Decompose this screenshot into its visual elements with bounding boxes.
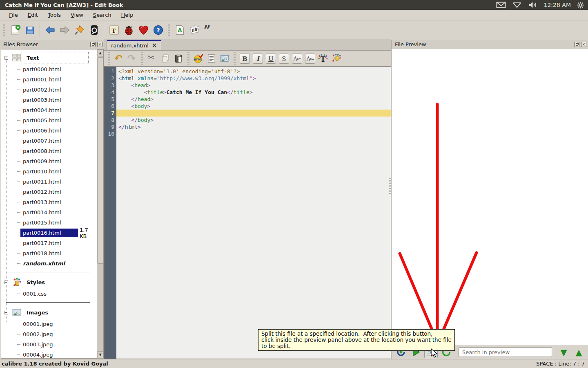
preview-viewport[interactable] (392, 49, 588, 345)
donate-heart-button[interactable] (136, 22, 151, 38)
strikethrough-button[interactable]: S (277, 52, 290, 65)
code-editor[interactable]: 12345678910 <?xml version='1.0' encoding… (104, 66, 391, 359)
collapse-icon[interactable] (4, 311, 8, 314)
file-item-part0016.html[interactable]: part0016.html1.7 KB (17, 228, 97, 238)
file-item-part0009.html[interactable]: part0009.html (17, 156, 97, 166)
menu-view[interactable]: View (66, 11, 88, 19)
file-name: part0015.html (23, 220, 61, 226)
tab-random-xhtml[interactable]: random.xhtml × (107, 40, 161, 50)
clock[interactable]: 12:28 AM (544, 2, 571, 8)
float-panel-icon[interactable] (90, 42, 96, 47)
file-item-part0012.html[interactable]: part0012.html (17, 187, 97, 197)
file-item-random.xhtml[interactable]: random.xhtml (17, 258, 97, 269)
copy-button[interactable] (159, 52, 172, 65)
italic-button[interactable]: I (251, 52, 264, 65)
preview-search-input[interactable] (459, 347, 552, 357)
file-item-part0000.html[interactable]: part0000.html (17, 64, 97, 74)
tree-section-text[interactable]: Text (1, 51, 97, 64)
bold-icon: B (240, 54, 249, 63)
superscript-button[interactable]: As▴ (303, 52, 316, 65)
help-button[interactable]: ? (151, 22, 165, 38)
float-panel-icon[interactable] (574, 42, 579, 47)
section-label: Styles (25, 278, 47, 286)
code-line-6: <body> (116, 103, 391, 110)
check-book-button[interactable] (121, 22, 136, 38)
tree-branch (17, 151, 20, 151)
menu-edit[interactable]: Edit (23, 11, 43, 19)
subscript-button[interactable]: As▾ (290, 52, 303, 65)
cut-button[interactable]: ✂ (146, 52, 159, 65)
forward-button[interactable] (57, 22, 72, 38)
file-item-00002.jpeg[interactable]: 00002.jpeg (17, 329, 97, 339)
file-item-part0013.html[interactable]: part0013.html (17, 197, 97, 207)
redo-button[interactable]: ↷ (126, 52, 139, 65)
scroll-down-icon[interactable]: ▼ (97, 351, 103, 358)
menu-file[interactable]: File (4, 11, 23, 19)
session-gear-icon[interactable] (577, 2, 584, 9)
file-item-00001.jpeg[interactable]: 00001.jpeg (17, 319, 97, 329)
file-name: part0009.html (23, 158, 61, 164)
code-content[interactable]: <?xml version='1.0' encoding='utf-8'?><h… (116, 67, 391, 359)
file-item-part0006.html[interactable]: part0006.html (17, 126, 97, 136)
letter-tile-button[interactable]: T. (107, 22, 121, 38)
pane-splitter-handle[interactable] (389, 178, 391, 194)
file-name: 00004.jpeg (23, 352, 53, 358)
file-item-part0002.html[interactable]: part0002.html (17, 85, 97, 95)
svg-text:HTML: HTML (194, 58, 203, 61)
format-text-button[interactable] (205, 52, 218, 65)
file-item-part0008.html[interactable]: part0008.html (17, 146, 97, 156)
file-item-part0001.html[interactable]: part0001.html (17, 74, 97, 85)
file-item-part0018.html[interactable]: part0018.html (17, 248, 97, 258)
background-color-button[interactable] (330, 52, 343, 65)
back-button[interactable] (42, 22, 57, 38)
undo-button[interactable]: ↶ (113, 52, 126, 65)
insert-image-button[interactable] (218, 52, 231, 65)
file-name: part0016.html (23, 230, 61, 236)
menu-search[interactable]: Search (88, 11, 116, 19)
tree-section-images[interactable]: Images (1, 306, 97, 319)
tab-close-icon[interactable]: × (152, 43, 157, 49)
paste-button[interactable] (172, 52, 185, 65)
collapse-icon[interactable] (4, 56, 8, 60)
file-item-part0017.html[interactable]: part0017.html (17, 238, 97, 248)
menu-help[interactable]: Help (116, 11, 138, 19)
compare-button[interactable]: AB (187, 22, 202, 38)
html-clean-button[interactable]: HTML (192, 52, 205, 65)
mail-icon[interactable] (496, 2, 506, 8)
find-previous-button[interactable]: ▲ (572, 346, 586, 358)
file-item-part0010.html[interactable]: part0010.html (17, 166, 97, 177)
record-button[interactable] (87, 22, 101, 38)
tree-section-styles[interactable]: Styles (1, 276, 97, 289)
smarten-punctuation-button[interactable]: ” (202, 22, 216, 38)
file-item-00004.jpeg[interactable]: 00004.jpeg (17, 350, 97, 358)
scroll-up-icon[interactable]: ▲ (97, 49, 103, 56)
file-item-part0003.html[interactable]: part0003.html (17, 95, 97, 105)
find-next-button[interactable]: ▼ (557, 346, 570, 358)
file-item-part0015.html[interactable]: part0015.html (17, 218, 97, 228)
underline-button[interactable]: U (264, 52, 277, 65)
files-tree-scrollbar[interactable]: ▲ ▼ (97, 49, 103, 358)
code-line-8: </body> (116, 117, 391, 123)
file-item-00003.jpeg[interactable]: 00003.jpeg (17, 339, 97, 350)
network-icon[interactable] (512, 2, 522, 8)
scrollbar-thumb[interactable] (97, 57, 103, 264)
file-item-0001.css[interactable]: 0001.css (17, 289, 97, 299)
collapse-icon[interactable] (4, 280, 8, 284)
close-panel-icon[interactable]: ✕ (97, 42, 102, 47)
file-item-part0005.html[interactable]: part0005.html (17, 115, 97, 126)
menu-tools[interactable]: Tools (43, 11, 66, 19)
new-file-button[interactable] (8, 22, 22, 38)
svg-text:.: . (116, 31, 117, 34)
font-color-button[interactable]: T (316, 52, 330, 65)
bold-button[interactable]: B (238, 52, 251, 65)
save-button[interactable] (22, 22, 37, 38)
spell-check-button[interactable]: A (172, 22, 187, 38)
close-panel-icon[interactable]: ✕ (581, 42, 586, 47)
pin-button[interactable] (72, 22, 87, 38)
file-item-part0011.html[interactable]: part0011.html (17, 177, 97, 187)
file-item-part0014.html[interactable]: part0014.html (17, 207, 97, 218)
file-item-part0007.html[interactable]: part0007.html (17, 136, 97, 146)
file-item-part0004.html[interactable]: part0004.html (17, 105, 97, 115)
volume-icon[interactable] (528, 2, 538, 8)
window-title: Catch Me If You Can [AZW3] - Edit Book (5, 2, 123, 8)
